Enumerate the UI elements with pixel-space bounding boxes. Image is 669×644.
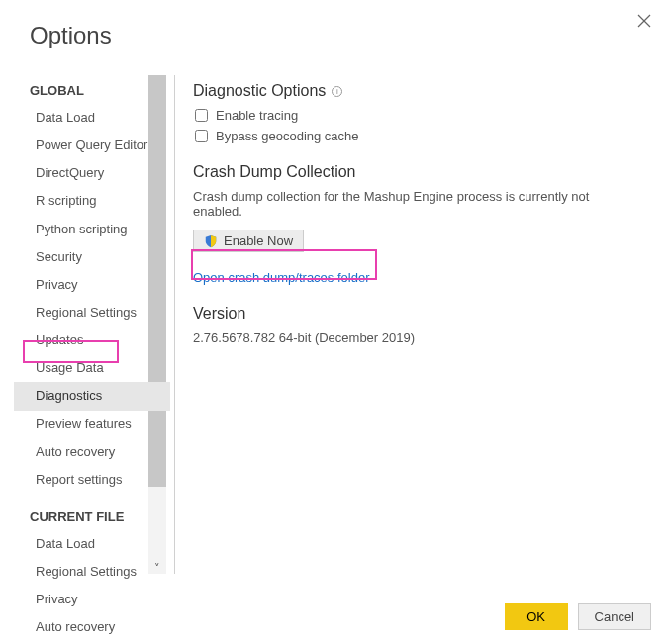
enable-tracing-checkbox[interactable]	[195, 109, 208, 122]
sidebar-item-report-settings[interactable]: Report settings	[14, 466, 170, 494]
shield-icon	[204, 234, 218, 248]
sidebar-item-data-load[interactable]: Data Load	[14, 104, 170, 132]
sidebar: GLOBAL Data LoadPower Query EditorDirect…	[14, 75, 170, 574]
dialog-footer: OK Cancel	[505, 603, 651, 630]
cancel-button[interactable]: Cancel	[578, 603, 651, 630]
enable-tracing-label[interactable]: Enable tracing	[216, 108, 298, 123]
sidebar-item-auto-recovery[interactable]: Auto recovery	[14, 438, 170, 466]
ok-button[interactable]: OK	[505, 603, 568, 630]
open-crash-dump-folder-link[interactable]: Open crash dump/traces folder	[193, 270, 369, 285]
sidebar-item-regional-settings[interactable]: Regional Settings	[14, 558, 170, 586]
heading-label: Diagnostic Options	[193, 82, 326, 100]
version-heading: Version	[193, 305, 641, 322]
enable-now-button[interactable]: Enable Now	[193, 230, 304, 252]
close-icon[interactable]	[637, 14, 651, 28]
sidebar-section-current-file: CURRENT FILE	[14, 502, 170, 530]
crash-dump-heading: Crash Dump Collection	[193, 163, 641, 181]
sidebar-item-auto-recovery[interactable]: Auto recovery	[14, 613, 170, 641]
sidebar-item-updates[interactable]: Updates	[14, 326, 170, 354]
sidebar-item-security[interactable]: Security	[14, 243, 170, 271]
sidebar-item-regional-settings[interactable]: Regional Settings	[14, 299, 170, 326]
sidebar-item-directquery[interactable]: DirectQuery	[14, 159, 170, 187]
sidebar-item-data-load[interactable]: Data Load	[14, 530, 170, 558]
bypass-geocoding-checkbox[interactable]	[195, 130, 208, 142]
divider	[174, 75, 175, 574]
sidebar-item-diagnostics[interactable]: Diagnostics	[14, 382, 170, 410]
page-title: Options	[30, 22, 112, 49]
sidebar-item-power-query-editor[interactable]: Power Query Editor	[14, 132, 170, 159]
sidebar-item-privacy[interactable]: Privacy	[14, 586, 170, 613]
sidebar-item-r-scripting[interactable]: R scripting	[14, 187, 170, 215]
version-text: 2.76.5678.782 64-bit (December 2019)	[193, 330, 641, 345]
sidebar-item-python-scripting[interactable]: Python scripting	[14, 216, 170, 243]
sidebar-item-privacy[interactable]: Privacy	[14, 271, 170, 299]
enable-now-label: Enable Now	[224, 233, 293, 248]
main-panel: Diagnostic Options i Enable tracing Bypa…	[193, 75, 641, 355]
crash-dump-description: Crash dump collection for the Mashup Eng…	[193, 189, 641, 219]
sidebar-item-usage-data[interactable]: Usage Data	[14, 354, 170, 382]
sidebar-section-global: GLOBAL	[14, 75, 170, 104]
sidebar-item-preview-features[interactable]: Preview features	[14, 411, 170, 438]
info-icon[interactable]: i	[332, 86, 342, 97]
bypass-geocoding-label[interactable]: Bypass geocoding cache	[216, 129, 359, 143]
diagnostic-options-heading: Diagnostic Options i	[193, 82, 641, 100]
